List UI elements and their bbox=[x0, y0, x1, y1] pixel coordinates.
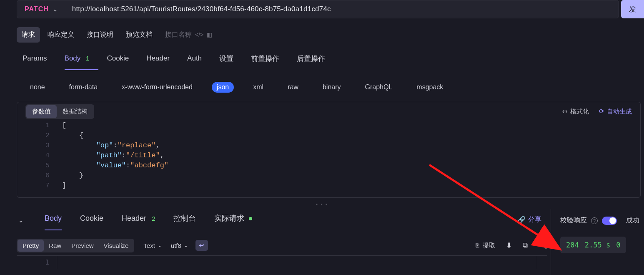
body-type-json[interactable]: json bbox=[212, 82, 234, 93]
tab-post-request[interactable]: 后置操作 bbox=[297, 54, 325, 68]
extract-icon: ⎘ bbox=[476, 242, 479, 249]
download-icon: ⬇ bbox=[506, 242, 512, 250]
validate-response-label: 校验响应 bbox=[560, 216, 587, 225]
wrap-lines-button[interactable]: ↩ bbox=[195, 240, 208, 251]
url-bar: PATCH ⌄ bbox=[17, 0, 619, 18]
response-tab-bar: ⌄ Body Cookie Header 2 控制台 实际请求 bbox=[18, 211, 252, 230]
tab-body-label: Body bbox=[65, 54, 81, 62]
body-type-raw[interactable]: raw bbox=[283, 82, 303, 93]
chevron-down-icon: ⌄ bbox=[158, 242, 162, 248]
editor-mode-segment: 参数值 数据结构 bbox=[25, 104, 94, 119]
editor-mode-values[interactable]: 参数值 bbox=[26, 105, 57, 118]
success-label: 成功 bbox=[626, 216, 639, 225]
line-gutter: 1234567 bbox=[17, 121, 57, 191]
tab-preview-doc[interactable]: 预览文档 bbox=[121, 27, 158, 43]
tab-header[interactable]: Header bbox=[146, 54, 170, 68]
status-summary: 204 2.55 s 0 bbox=[560, 237, 626, 253]
resp-line-number: 1 bbox=[17, 256, 57, 269]
view-visualize[interactable]: Visualize bbox=[99, 240, 134, 252]
format-value: Text bbox=[143, 242, 155, 249]
refresh-icon: ⟳ bbox=[599, 108, 604, 115]
tab-response-def[interactable]: 响应定义 bbox=[43, 27, 79, 43]
body-type-graphql[interactable]: GraphQL bbox=[360, 82, 398, 93]
status-code: 204 bbox=[566, 241, 579, 249]
help-icon[interactable]: ? bbox=[591, 217, 598, 224]
autogen-button[interactable]: ⟳ 自动生成 bbox=[599, 108, 632, 116]
response-time: 2.55 s bbox=[585, 241, 610, 249]
body-type-selector: none form-data x-www-form-urlencoded jso… bbox=[25, 80, 448, 94]
encoding-dropdown[interactable]: utf8 ⌄ bbox=[171, 242, 188, 249]
encoding-value: utf8 bbox=[171, 242, 181, 249]
validate-toggle[interactable] bbox=[602, 217, 617, 225]
code-icon: </> bbox=[195, 31, 203, 38]
collapse-icon[interactable]: ⌄ bbox=[18, 217, 24, 224]
json-editor-area[interactable]: 1234567 [ { "op":"replace", "path":"/tit… bbox=[17, 121, 640, 191]
top-tab-bar: 请求 响应定义 接口说明 预览文档 接口名称 </> ◧ bbox=[17, 26, 212, 43]
api-name-text: 接口名称 bbox=[165, 30, 192, 39]
format-dropdown[interactable]: Text ⌄ bbox=[143, 242, 162, 249]
resp-tab-body[interactable]: Body bbox=[45, 214, 62, 227]
api-name-placeholder[interactable]: 接口名称 </> ◧ bbox=[165, 30, 212, 39]
tab-params[interactable]: Params bbox=[23, 54, 47, 68]
body-type-none[interactable]: none bbox=[25, 82, 50, 93]
chevron-down-icon: ⌄ bbox=[184, 242, 188, 248]
chevron-down-icon: ⌄ bbox=[53, 6, 58, 13]
response-view-segment: Pretty Raw Preview Visualize bbox=[17, 239, 134, 252]
editor-toolbar: 参数值 数据结构 ⇔ 格式化 ⟳ 自动生成 bbox=[17, 102, 640, 121]
copy-icon: ⧉ bbox=[523, 241, 528, 249]
tab-body[interactable]: Body 1 bbox=[65, 54, 90, 68]
tab-auth[interactable]: Auth bbox=[187, 54, 202, 68]
format-label: 格式化 bbox=[570, 108, 589, 116]
body-editor: 参数值 数据结构 ⇔ 格式化 ⟳ 自动生成 1234567 [ { "op":"… bbox=[17, 102, 641, 198]
resp-line-content bbox=[57, 256, 537, 269]
http-method-label: PATCH bbox=[25, 5, 49, 13]
resize-handle[interactable]: • • • bbox=[0, 202, 644, 207]
editor-mode-schema[interactable]: 数据结构 bbox=[57, 105, 93, 118]
tab-request[interactable]: 请求 bbox=[17, 27, 40, 43]
response-size: 0 bbox=[616, 241, 620, 249]
format-button[interactable]: ⇔ 格式化 bbox=[562, 108, 589, 116]
code-content: [ { "op":"replace", "path":"/title", "va… bbox=[62, 121, 640, 191]
body-type-form-data[interactable]: form-data bbox=[64, 82, 103, 93]
view-raw[interactable]: Raw bbox=[44, 240, 66, 252]
extract-label: 提取 bbox=[483, 242, 495, 249]
resp-tab-header[interactable]: Header 2 bbox=[122, 214, 155, 227]
url-input[interactable] bbox=[62, 0, 619, 18]
view-pretty[interactable]: Pretty bbox=[18, 240, 44, 252]
link-icon: 🔗 bbox=[517, 216, 526, 224]
resp-tab-actual-label: 实际请求 bbox=[214, 214, 244, 222]
request-tab-bar: Params Body 1 Cookie Header Auth 设置 前置操作… bbox=[23, 52, 325, 70]
copy-button[interactable]: ⧉ bbox=[523, 241, 528, 250]
format-icon: ⇔ bbox=[562, 108, 568, 115]
search-icon: 🔍 bbox=[539, 242, 547, 250]
tab-settings[interactable]: 设置 bbox=[219, 54, 233, 68]
tab-cookie[interactable]: Cookie bbox=[107, 54, 129, 68]
view-preview[interactable]: Preview bbox=[66, 240, 98, 252]
search-button[interactable]: 🔍 bbox=[539, 241, 547, 250]
panel-icon: ◧ bbox=[207, 31, 212, 38]
body-type-msgpack[interactable]: msgpack bbox=[411, 82, 448, 93]
response-view-toolbar: Pretty Raw Preview Visualize Text ⌄ utf8… bbox=[17, 237, 547, 254]
body-type-binary[interactable]: binary bbox=[318, 82, 346, 93]
tab-pre-request[interactable]: 前置操作 bbox=[251, 54, 279, 68]
share-button[interactable]: 🔗 分享 bbox=[517, 215, 541, 224]
wrap-icon: ↩ bbox=[199, 242, 204, 249]
response-body-viewer[interactable]: 1 bbox=[17, 255, 547, 274]
resp-tab-console[interactable]: 控制台 bbox=[173, 213, 196, 227]
resp-tab-header-label: Header bbox=[122, 214, 146, 222]
body-type-xml[interactable]: xml bbox=[248, 82, 268, 93]
share-label: 分享 bbox=[528, 215, 541, 224]
body-type-urlencoded[interactable]: x-www-form-urlencoded bbox=[117, 82, 198, 93]
autogen-label: 自动生成 bbox=[607, 108, 632, 116]
status-dot-icon bbox=[249, 217, 252, 220]
body-count-badge: 1 bbox=[86, 55, 89, 62]
tab-api-desc[interactable]: 接口说明 bbox=[82, 27, 118, 43]
header-count-badge: 2 bbox=[152, 215, 155, 222]
http-method-selector[interactable]: PATCH ⌄ bbox=[17, 0, 62, 18]
resp-tab-actual-request[interactable]: 实际请求 bbox=[214, 213, 252, 227]
response-status-panel: 校验响应 ? 成功 204 2.55 s 0 bbox=[551, 209, 644, 275]
extract-button[interactable]: ⎘ 提取 bbox=[476, 241, 495, 250]
resp-tab-cookie[interactable]: Cookie bbox=[80, 214, 103, 227]
download-button[interactable]: ⬇ bbox=[506, 241, 512, 250]
send-button[interactable]: 发 bbox=[621, 0, 644, 18]
